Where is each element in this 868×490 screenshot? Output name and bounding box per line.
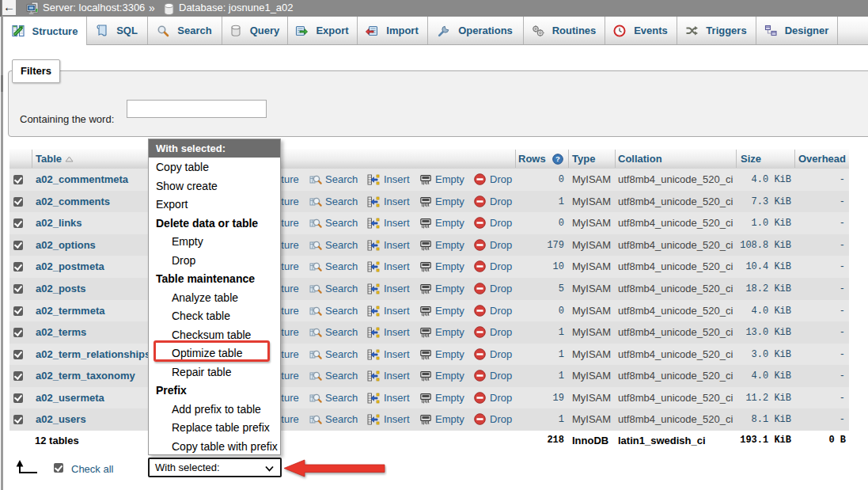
svg-text:?: ? (555, 154, 560, 163)
